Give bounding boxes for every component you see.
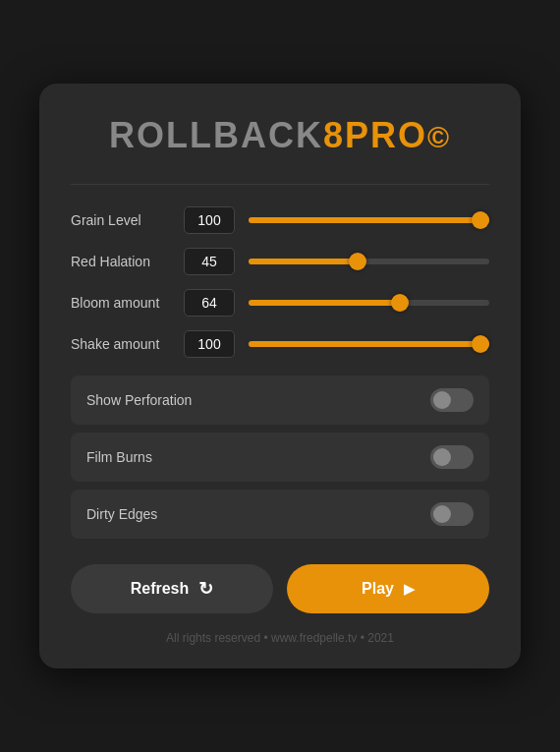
slider-red[interactable] xyxy=(249,259,489,264)
play-button[interactable]: Play ▶ xyxy=(287,564,489,613)
footer: All rights reserved • www.fredpelle.tv •… xyxy=(71,631,489,645)
slider-row-red: Red Halation xyxy=(71,248,489,275)
logo-copy: © xyxy=(427,121,451,153)
slider-row-bloom: Bloom amount xyxy=(71,289,489,317)
slider-track-grain xyxy=(249,217,489,223)
logo-8pro: 8PRO xyxy=(323,115,427,155)
toggle-perforation-slider xyxy=(430,388,474,412)
slider-row-grain: Grain Level xyxy=(71,206,489,234)
toggle-row-dirtyedges: Dirty Edges xyxy=(71,490,489,539)
slider-value-red[interactable] xyxy=(184,248,235,275)
logo-rollback: ROLLBACK xyxy=(109,115,323,155)
play-label: Play xyxy=(362,580,394,598)
refresh-button[interactable]: Refresh ↻ xyxy=(71,564,273,613)
toggle-label-dirtyedges: Dirty Edges xyxy=(86,506,157,522)
play-icon: ▶ xyxy=(404,581,415,597)
toggle-label-filmburns: Film Burns xyxy=(86,449,152,465)
slider-bloom[interactable] xyxy=(249,300,489,306)
slider-grain[interactable] xyxy=(249,217,489,223)
slider-label-grain: Grain Level xyxy=(71,212,184,228)
slider-value-grain[interactable] xyxy=(184,206,235,234)
buttons-row: Refresh ↻ Play ▶ xyxy=(71,564,489,613)
sliders-section: Grain Level Red Halation Bloom amount Sh… xyxy=(71,206,489,358)
slider-track-bloom xyxy=(249,300,489,306)
slider-value-bloom[interactable] xyxy=(184,289,235,317)
header-divider xyxy=(71,184,489,185)
logo: ROLLBACK8PRO© xyxy=(71,115,489,156)
toggle-perforation[interactable] xyxy=(430,388,474,412)
toggle-label-perforation: Show Perforation xyxy=(86,392,192,408)
slider-track-shake xyxy=(249,341,489,347)
toggle-row-filmburns: Film Burns xyxy=(71,433,489,482)
refresh-label: Refresh xyxy=(131,580,190,598)
toggle-dirtyedges-slider xyxy=(430,502,474,526)
slider-track-red xyxy=(249,259,489,264)
toggle-row-perforation: Show Perforation xyxy=(71,376,489,425)
toggle-filmburns[interactable] xyxy=(430,445,474,469)
slider-label-bloom: Bloom amount xyxy=(71,295,184,311)
slider-label-red: Red Halation xyxy=(71,254,184,269)
slider-shake[interactable] xyxy=(249,341,489,347)
main-card: ROLLBACK8PRO© Grain Level Red Halation B… xyxy=(39,84,521,668)
slider-value-shake[interactable] xyxy=(184,330,235,358)
toggle-filmburns-slider xyxy=(430,445,474,469)
refresh-icon: ↻ xyxy=(198,578,213,600)
slider-label-shake: Shake amount xyxy=(71,336,184,352)
toggles-section: Show Perforation Film Burns Dirty Edges xyxy=(71,376,489,539)
slider-row-shake: Shake amount xyxy=(71,330,489,358)
toggle-dirtyedges[interactable] xyxy=(430,502,474,526)
